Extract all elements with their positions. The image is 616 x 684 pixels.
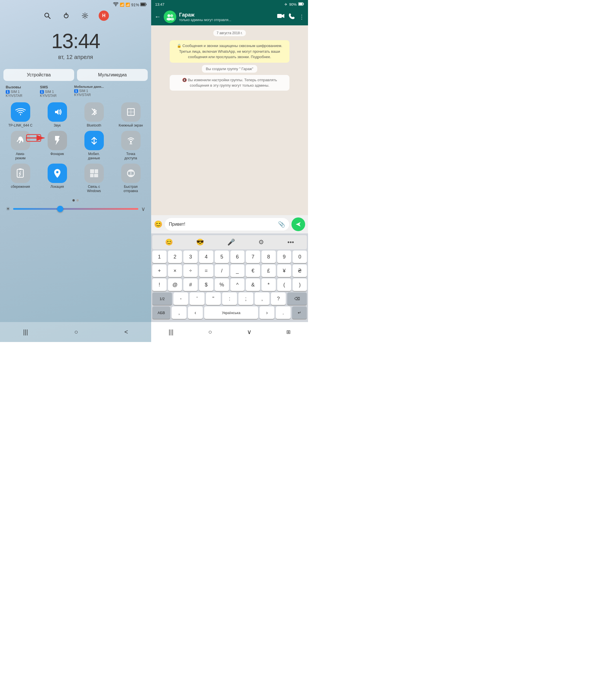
battery-saver-toggle-btn[interactable] <box>11 164 30 183</box>
key-comma2[interactable]: , <box>255 292 269 305</box>
key-lparen[interactable]: ( <box>277 278 291 291</box>
key-underscore[interactable]: _ <box>230 265 245 277</box>
wa-send-button[interactable] <box>291 218 305 231</box>
key-plus[interactable]: + <box>152 265 167 277</box>
wa-audio-call-icon[interactable] <box>289 13 295 21</box>
right-nav-home[interactable]: ○ <box>202 326 218 338</box>
right-nav-recent[interactable]: ||| <box>163 326 179 338</box>
key-8[interactable]: 8 <box>262 251 276 263</box>
key-0[interactable]: 0 <box>292 251 307 263</box>
wa-back-button[interactable]: ← <box>155 13 161 21</box>
key-language[interactable]: Українська <box>204 306 258 319</box>
key-equals[interactable]: = <box>199 265 213 277</box>
windows-link-toggle-btn[interactable] <box>84 164 104 183</box>
key-caret[interactable]: ^ <box>230 278 245 291</box>
wa-group-avatar[interactable] <box>164 10 176 23</box>
kb-more-icon[interactable]: ••• <box>285 237 296 247</box>
kb-emoji-icon[interactable]: 😊 <box>163 237 175 247</box>
key-times[interactable]: × <box>168 265 182 277</box>
settings-icon[interactable] <box>80 10 90 21</box>
hotspot-toggle[interactable]: Точкадоступа <box>114 131 148 161</box>
key-5[interactable]: 5 <box>215 251 229 263</box>
quick-send-toggle-btn[interactable] <box>121 164 140 183</box>
encryption-notice: 🔒 Сообщения и звонки защищены сквозным ш… <box>170 40 289 63</box>
key-3[interactable]: 3 <box>183 251 198 263</box>
sound-toggle[interactable]: Звук <box>40 102 74 128</box>
key-colon[interactable]: : <box>222 292 237 305</box>
user-avatar[interactable]: Н <box>99 10 109 21</box>
power-icon[interactable] <box>61 10 71 21</box>
location-toggle[interactable]: Локация <box>40 164 74 193</box>
mobile-data-toggle-btn[interactable] <box>84 131 104 150</box>
right-nav-apps[interactable]: ⊞ <box>281 327 296 338</box>
devices-button[interactable]: Устройства <box>3 69 74 81</box>
left-nav-recent[interactable]: ||| <box>17 326 34 338</box>
key-minus[interactable]: - <box>173 292 188 305</box>
key-amp[interactable]: & <box>246 278 260 291</box>
key-2[interactable]: 2 <box>168 251 182 263</box>
wifi-toggle-btn[interactable] <box>11 102 30 122</box>
key-4[interactable]: 4 <box>199 251 213 263</box>
quick-send-toggle[interactable]: Быстраяотправка <box>114 164 148 193</box>
key-hryvnia[interactable]: ₴ <box>292 265 307 277</box>
wa-emoji-button[interactable]: 😊 <box>154 220 162 228</box>
bluetooth-toggle-btn[interactable] <box>84 102 104 122</box>
key-exclaim[interactable]: ! <box>152 278 167 291</box>
media-button[interactable]: Мультимедиа <box>77 69 148 81</box>
wa-video-call-icon[interactable] <box>277 14 285 21</box>
battery-saver-toggle[interactable]: сбережения <box>3 164 37 193</box>
mobile-data-toggle[interactable]: Мобил.данные <box>77 131 111 161</box>
flashlight-toggle-btn[interactable] <box>48 131 67 150</box>
flashlight-toggle[interactable]: Фонарик <box>40 131 74 161</box>
brightness-slider[interactable] <box>13 208 138 210</box>
key-lang-right-arrow[interactable]: › <box>260 306 274 319</box>
key-1[interactable]: 1 <box>152 251 167 263</box>
wa-menu-icon[interactable]: ⋮ <box>299 14 305 20</box>
key-backspace[interactable]: ⌫ <box>287 292 307 305</box>
key-apos[interactable]: ' <box>190 292 204 305</box>
book-screen-toggle[interactable]: Книжный экран <box>114 102 148 128</box>
brightness-thumb[interactable] <box>57 206 63 212</box>
right-nav-down[interactable]: ∨ <box>241 326 257 338</box>
key-semicolon[interactable]: ; <box>238 292 253 305</box>
key-period[interactable]: . <box>276 306 291 319</box>
bluetooth-toggle[interactable]: Bluetooth <box>77 102 111 128</box>
key-star[interactable]: * <box>262 278 276 291</box>
wa-header-info[interactable]: Гараж только админы могут отправля... <box>179 12 274 22</box>
left-nav-home[interactable]: ○ <box>68 326 84 338</box>
key-at[interactable]: @ <box>168 278 182 291</box>
key-enter[interactable]: ↵ <box>292 306 307 319</box>
kb-settings-icon[interactable]: ⚙ <box>256 237 266 247</box>
key-abc-switch[interactable]: АБВ <box>152 306 170 319</box>
key-hash[interactable]: # <box>183 278 198 291</box>
left-nav-back[interactable]: < <box>119 326 134 338</box>
hotspot-toggle-btn[interactable] <box>121 131 140 150</box>
key-euro[interactable]: € <box>246 265 260 277</box>
key-12-switch[interactable]: 1/2 <box>152 292 172 305</box>
key-yen[interactable]: ¥ <box>277 265 291 277</box>
key-comma[interactable]: , <box>172 306 186 319</box>
key-pound[interactable]: £ <box>262 265 276 277</box>
key-divide[interactable]: ÷ <box>183 265 198 277</box>
wa-attach-button[interactable]: 📎 <box>278 221 285 228</box>
key-7[interactable]: 7 <box>246 251 260 263</box>
sound-toggle-btn[interactable] <box>48 102 67 122</box>
key-quote[interactable]: " <box>206 292 221 305</box>
key-9[interactable]: 9 <box>277 251 291 263</box>
location-toggle-btn[interactable] <box>48 164 67 183</box>
key-dollar[interactable]: $ <box>199 278 213 291</box>
wifi-toggle[interactable]: TP-LINK_644 C <box>3 102 37 128</box>
kb-sticker-icon[interactable]: 😎 <box>194 237 206 247</box>
key-lang-left-arrow[interactable]: ‹ <box>188 306 203 319</box>
search-icon[interactable] <box>42 10 52 21</box>
wa-text-field[interactable]: Привет! 📎 <box>165 218 289 231</box>
key-percent[interactable]: % <box>215 278 229 291</box>
key-rparen[interactable]: ) <box>292 278 307 291</box>
key-slash[interactable]: / <box>215 265 229 277</box>
windows-link-toggle[interactable]: Связь сWindows <box>77 164 111 193</box>
key-question[interactable]: ? <box>271 292 286 305</box>
key-6[interactable]: 6 <box>230 251 245 263</box>
kb-mic-icon[interactable]: 🎤 <box>225 237 237 247</box>
book-screen-toggle-btn[interactable] <box>121 102 140 122</box>
brightness-chevron-icon[interactable]: ∨ <box>141 205 146 212</box>
